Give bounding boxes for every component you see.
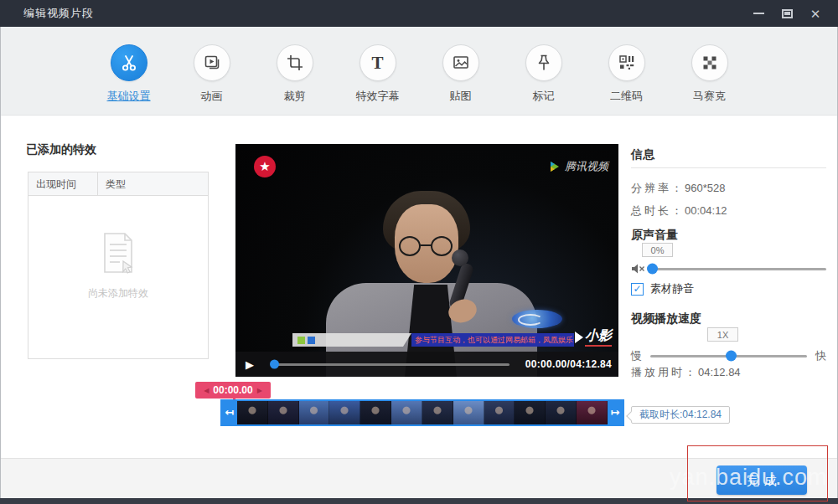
effects-table: 出现时间 类型 尚未添加特效 bbox=[28, 172, 209, 359]
image-icon bbox=[442, 44, 479, 81]
maximize-button[interactable] bbox=[773, 0, 801, 27]
trim-start-handle[interactable]: ↤ bbox=[222, 401, 237, 424]
toolbar: 基础设置 动画 裁剪 T 特效字幕 贴图 bbox=[1, 27, 837, 116]
tab-sticker[interactable]: 贴图 bbox=[419, 27, 502, 115]
info-divider bbox=[631, 167, 826, 168]
tab-label: 标记 bbox=[533, 89, 555, 104]
speed-title: 视频播放速度 bbox=[631, 311, 701, 327]
tab-label: 贴图 bbox=[450, 89, 472, 104]
xiaoying-play-icon bbox=[575, 332, 583, 343]
volume-slider-thumb[interactable] bbox=[647, 264, 658, 275]
timeline-thumbnail[interactable] bbox=[453, 401, 484, 424]
player-progress-bar[interactable] bbox=[272, 363, 510, 366]
main-content: 已添加的特效 出现时间 类型 尚未添加特效 ★ 腾讯视频 bbox=[1, 116, 837, 458]
resolution-row: 分辨率：960*528 bbox=[631, 181, 725, 196]
tab-label: 二维码 bbox=[610, 89, 643, 104]
timeline-thumbnail[interactable] bbox=[484, 401, 515, 424]
ticker-logo-chip bbox=[297, 337, 305, 344]
tab-animation[interactable]: 动画 bbox=[170, 27, 253, 115]
minimize-icon bbox=[753, 13, 764, 14]
timeline-thumbnail[interactable] bbox=[360, 401, 391, 424]
timeline-time-badge[interactable]: ◀ 00:00.00 ▶ bbox=[195, 382, 271, 399]
done-button[interactable]: 完成 bbox=[716, 465, 807, 495]
volume-slider-row bbox=[631, 263, 826, 275]
window-title: 编辑视频片段 bbox=[23, 6, 94, 21]
timeline-thumbnail[interactable] bbox=[299, 401, 330, 424]
video-player[interactable]: ★ 腾讯视频 参与节目互动，也可以通过网易邮箱， bbox=[235, 144, 618, 377]
speed-slider-thumb[interactable] bbox=[726, 351, 737, 362]
tab-mosaic[interactable]: 马赛克 bbox=[668, 27, 751, 115]
tab-effect-subtitles[interactable]: T 特效字幕 bbox=[336, 27, 419, 115]
tab-label: 基础设置 bbox=[107, 89, 151, 104]
elapsed-label: 播放用时： bbox=[631, 366, 698, 378]
player-time: 00:00.00/04:12.84 bbox=[525, 358, 612, 370]
tab-crop[interactable]: 裁剪 bbox=[253, 27, 336, 115]
speed-slow-label: 慢 bbox=[631, 348, 642, 363]
badge-right-arrow-icon[interactable]: ▶ bbox=[257, 387, 262, 394]
column-type: 类型 bbox=[98, 172, 126, 195]
xiaoying-logo: 小影 bbox=[575, 327, 612, 347]
timeline-thumbnail[interactable] bbox=[391, 401, 422, 424]
close-button[interactable]: ✕ bbox=[801, 0, 830, 27]
qrcode-icon bbox=[608, 44, 645, 81]
tencent-video-logo: 腾讯视频 bbox=[548, 159, 608, 174]
tab-label: 马赛克 bbox=[693, 89, 726, 104]
mute-speaker-icon bbox=[631, 263, 645, 275]
swirl-logo bbox=[512, 310, 562, 328]
mute-checkbox[interactable]: ✓ bbox=[631, 283, 644, 296]
tab-qrcode[interactable]: 二维码 bbox=[585, 27, 668, 115]
timeline-thumbnail[interactable] bbox=[329, 401, 360, 424]
xiaoying-text: 小影 bbox=[585, 327, 612, 347]
titlebar: 编辑视频片段 ✕ bbox=[0, 0, 838, 27]
microphone-head bbox=[452, 249, 468, 266]
effects-panel-title: 已添加的特效 bbox=[26, 142, 96, 157]
speed-value-bubble: 1X bbox=[707, 327, 738, 342]
play-button[interactable]: ▶ bbox=[246, 358, 254, 371]
timeline-thumbnail[interactable] bbox=[268, 401, 299, 424]
edit-video-clip-window: 编辑视频片段 ✕ 基础设置 动画 裁剪 T bbox=[0, 0, 838, 504]
tab-label: 裁剪 bbox=[284, 89, 306, 104]
text-icon: T bbox=[360, 44, 396, 81]
timeline-thumbnail[interactable] bbox=[237, 401, 268, 424]
ticker-text: 参与节目互动，也可以通过网易邮箱，凤凰娱乐，唱吧， bbox=[411, 333, 574, 347]
mosaic-icon bbox=[691, 44, 728, 81]
elapsed-row: 播放用时：04:12.84 bbox=[631, 365, 741, 380]
text-icon-glyph: T bbox=[371, 53, 383, 74]
tab-basic-settings[interactable]: 基础设置 bbox=[87, 27, 170, 115]
ticker-left-logos bbox=[292, 333, 403, 347]
trim-end-handle[interactable]: ↦ bbox=[608, 401, 623, 424]
clip-duration-tooltip: 截取时长:04:12.84 bbox=[631, 406, 730, 424]
resolution-label: 分辨率： bbox=[631, 182, 685, 194]
pin-icon bbox=[525, 44, 562, 81]
effects-empty-text: 尚未添加特效 bbox=[28, 286, 208, 301]
mute-checkbox-label: 素材静音 bbox=[650, 281, 694, 296]
channel-star-logo: ★ bbox=[254, 156, 276, 177]
speed-slider-row: 慢 快 bbox=[631, 348, 826, 363]
footer bbox=[1, 458, 837, 498]
timeline-thumbnail[interactable] bbox=[577, 401, 608, 424]
check-icon: ✓ bbox=[633, 283, 641, 295]
tencent-play-icon bbox=[548, 160, 561, 173]
player-progress-thumb[interactable] bbox=[270, 360, 279, 369]
volume-slider-track[interactable] bbox=[650, 268, 826, 270]
volume-value-bubble: 0% bbox=[642, 243, 673, 257]
bottom-dark-bar bbox=[0, 498, 838, 504]
volume-title: 原声音量 bbox=[631, 228, 678, 243]
mute-checkbox-row[interactable]: ✓ 素材静音 bbox=[631, 281, 694, 296]
timeline-thumbnail[interactable] bbox=[515, 401, 546, 424]
info-title: 信息 bbox=[631, 147, 654, 162]
duration-value: 00:04:12 bbox=[685, 204, 727, 217]
timeline-thumbnail[interactable] bbox=[422, 401, 453, 424]
close-icon: ✕ bbox=[810, 8, 821, 20]
timeline-strip[interactable]: ↤ ↦ bbox=[220, 399, 624, 426]
minimize-button[interactable] bbox=[744, 0, 773, 27]
column-appear-time: 出现时间 bbox=[28, 172, 98, 195]
timeline-thumbnail[interactable] bbox=[546, 401, 577, 424]
timeline-thumbnails bbox=[237, 401, 608, 424]
badge-left-arrow-icon[interactable]: ◀ bbox=[204, 387, 209, 394]
tab-mark[interactable]: 标记 bbox=[502, 27, 585, 115]
duration-row: 总时长：00:04:12 bbox=[631, 203, 727, 219]
speed-slider-track[interactable] bbox=[650, 355, 807, 357]
window-controls: ✕ bbox=[744, 0, 830, 27]
maximize-icon bbox=[782, 9, 793, 18]
